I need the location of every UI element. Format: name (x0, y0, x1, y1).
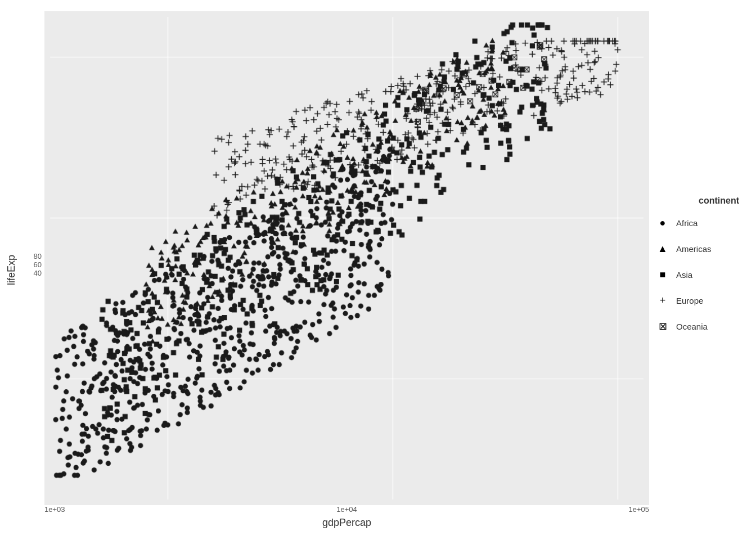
africa-label: Africa (676, 218, 698, 228)
x-axis-area: 1e+03 1e+04 1e+05 gdpPercap (44, 505, 649, 529)
y-tick-80: 80 (34, 252, 42, 260)
asia-label: Asia (676, 270, 692, 280)
y-tick-60: 60 (34, 260, 42, 269)
x-tick-1e4: 1e+04 (336, 505, 357, 514)
americas-label: Americas (676, 244, 712, 254)
europe-icon: + (655, 292, 670, 308)
asia-icon: ■ (655, 267, 670, 282)
y-axis-label: lifeExp (6, 255, 17, 285)
americas-icon: ▲ (655, 241, 670, 256)
x-axis-label: gdpPercap (322, 517, 371, 529)
plot-canvas-wrapper: 1e+03 1e+04 1e+05 gdpPercap (44, 11, 649, 529)
legend-title: continent (699, 196, 745, 206)
chart-wrapper: lifeExp 80 60 40 1e+03 1e+04 1e+05 gdpPe… (0, 0, 756, 540)
scatter-plot (44, 11, 649, 505)
legend-item-oceania: ⊠ Oceania (655, 318, 708, 334)
legend-item-asia: ■ Asia (655, 267, 692, 282)
oceania-icon: ⊠ (655, 318, 670, 334)
y-tick-40: 40 (34, 269, 42, 277)
x-tick-1e5: 1e+05 (628, 505, 649, 514)
y-ticks: 80 60 40 (22, 246, 44, 294)
africa-icon: ● (655, 215, 670, 231)
europe-label: Europe (676, 296, 703, 305)
legend-panel: continent ● Africa ▲ Americas ■ Asia + E… (649, 184, 750, 356)
legend-item-europe: + Europe (655, 292, 703, 308)
x-tick-1e3: 1e+03 (44, 505, 65, 514)
x-ticks: 1e+03 1e+04 1e+05 (44, 505, 649, 514)
legend-item-africa: ● Africa (655, 215, 698, 231)
legend-item-americas: ▲ Americas (655, 241, 712, 256)
chart-container: lifeExp 80 60 40 1e+03 1e+04 1e+05 gdpPe… (0, 0, 756, 540)
oceania-label: Oceania (676, 322, 708, 331)
